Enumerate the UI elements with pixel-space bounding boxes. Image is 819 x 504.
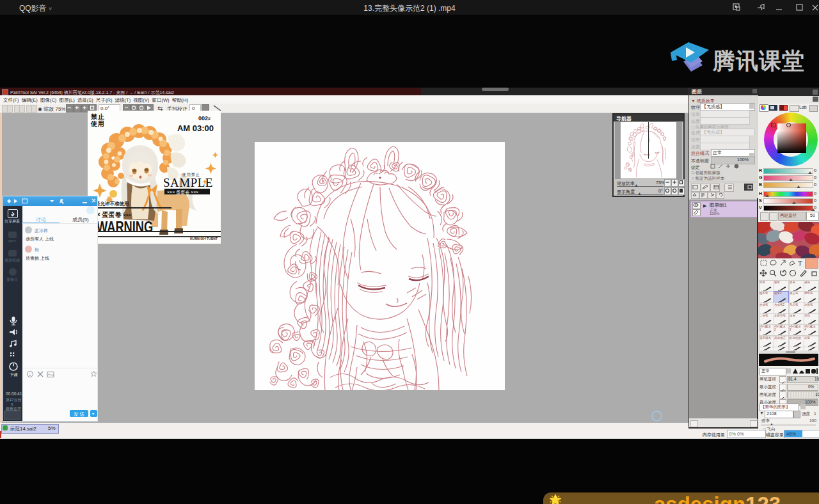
svg-text:T: T [798, 259, 802, 267]
